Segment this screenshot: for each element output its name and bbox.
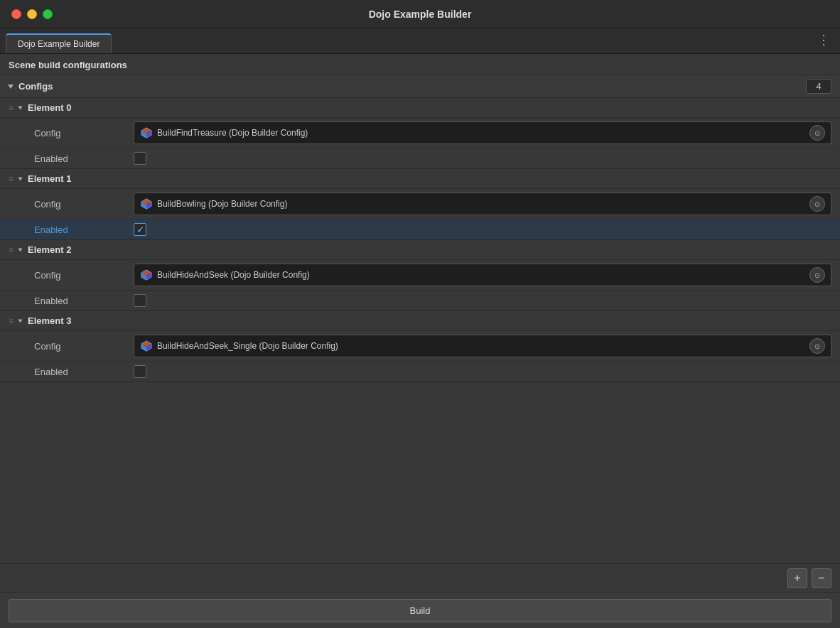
drag-handle-2[interactable]: ≡: [9, 246, 13, 254]
element-3-config-value: BuildHideAndSeek_Single (Dojo Builder Co…: [134, 335, 831, 357]
close-button[interactable]: [11, 9, 21, 19]
element-0-name: Element 0: [28, 102, 71, 113]
element-0-config-label: Config: [34, 128, 134, 139]
title-bar: Dojo Example Builder: [0, 0, 840, 28]
element-2-name: Element 2: [28, 244, 71, 255]
element-2-enabled-value: [134, 294, 831, 307]
element-1-name: Element 1: [28, 173, 71, 184]
configs-label: Configs: [18, 81, 806, 92]
configs-collapse-icon: [8, 85, 14, 89]
tab-dojo-example-builder[interactable]: Dojo Example Builder: [6, 33, 112, 53]
add-element-button[interactable]: +: [787, 568, 807, 588]
element-3-enabled-row: Enabled: [0, 361, 840, 381]
element-0-config-text: BuildFindTreasure (Dojo Builder Config): [157, 128, 805, 138]
element-3-enabled-value: [134, 365, 831, 378]
element-header-3[interactable]: ≡ Element 3: [0, 311, 840, 330]
element-2-enabled-row: Enabled: [0, 290, 840, 310]
element-3-config-select[interactable]: ⊙: [809, 338, 825, 354]
element-2-enabled-label: Enabled: [34, 296, 134, 306]
element-3-config-text: BuildHideAndSeek_Single (Dojo Builder Co…: [157, 341, 805, 351]
element-3-collapse-icon: [18, 319, 23, 323]
window-title: Dojo Example Builder: [369, 9, 472, 20]
element-1-config-row: Config BuildBowling (Dojo Builder Config…: [0, 188, 840, 219]
element-2-config-select[interactable]: ⊙: [809, 267, 825, 283]
element-0-enabled-label: Enabled: [34, 153, 134, 164]
element-2-config-label: Config: [34, 270, 134, 281]
element-3-config-row: Config BuildHideAndSeek_Single (Dojo Bui…: [0, 330, 840, 361]
panel-header: Scene build configurations: [0, 54, 840, 75]
maximize-button[interactable]: [43, 9, 53, 19]
element-3-enabled-label: Enabled: [34, 367, 134, 377]
element-3-enabled-checkbox[interactable]: [134, 365, 146, 378]
element-1-config-value: BuildBowling (Dojo Builder Config) ⊙: [134, 193, 831, 215]
element-0-enabled-checkbox[interactable]: [134, 152, 146, 165]
element-1-enabled-value: ✓: [134, 223, 831, 236]
element-1-config-label: Config: [34, 199, 134, 210]
element-0-config-value: BuildFindTreasure (Dojo Builder Config) …: [134, 121, 831, 144]
element-1-enabled-row: Enabled ✓: [0, 219, 840, 239]
bottom-bar: + −: [0, 563, 840, 592]
element-1-config-dropdown[interactable]: BuildBowling (Dojo Builder Config) ⊙: [134, 193, 831, 215]
elements-scroll-area: ≡ Element 0 Config BuildFindTreasure (Do…: [0, 98, 840, 563]
element-2-config-value: BuildHideAndSeek (Dojo Builder Config) ⊙: [134, 264, 831, 286]
element-header-2[interactable]: ≡ Element 2: [0, 240, 840, 259]
element-2-enabled-checkbox[interactable]: [134, 294, 146, 307]
element-1-config-icon: [140, 197, 153, 210]
element-3-name: Element 3: [28, 315, 71, 326]
drag-handle-1[interactable]: ≡: [9, 175, 13, 183]
remove-element-button[interactable]: −: [812, 568, 831, 588]
main-panel: Dojo Example Builder ⋮ Scene build confi…: [0, 28, 840, 628]
element-1-collapse-icon: [18, 177, 23, 180]
element-3-config-label: Config: [34, 341, 134, 352]
element-3-config-dropdown[interactable]: BuildHideAndSeek_Single (Dojo Builder Co…: [134, 335, 831, 357]
build-bar: Build: [0, 592, 840, 628]
element-2-config-text: BuildHideAndSeek (Dojo Builder Config): [157, 270, 805, 280]
element-group-1: ≡ Element 1 Config BuildBowling (Dojo Bu…: [0, 169, 840, 240]
element-2-config-dropdown[interactable]: BuildHideAndSeek (Dojo Builder Config) ⊙: [134, 264, 831, 286]
element-group-3: ≡ Element 3 Config BuildHideAndSeek_Sing…: [0, 311, 840, 382]
element-0-enabled-row: Enabled: [0, 148, 840, 168]
element-0-enabled-value: [134, 152, 831, 165]
element-0-config-select[interactable]: ⊙: [809, 125, 825, 141]
configs-section-header[interactable]: Configs 4: [0, 75, 840, 98]
tab-bar: Dojo Example Builder ⋮: [0, 28, 840, 54]
checkbox-check-icon: ✓: [136, 225, 144, 234]
element-group-2: ≡ Element 2 Config BuildHideAndSeek (Doj…: [0, 240, 840, 311]
element-1-config-text: BuildBowling (Dojo Builder Config): [157, 199, 805, 209]
element-1-enabled-label: Enabled: [34, 224, 134, 235]
drag-handle-3[interactable]: ≡: [9, 317, 13, 325]
element-group-0: ≡ Element 0 Config BuildFindTreasure (Do…: [0, 98, 840, 169]
element-2-collapse-icon: [18, 248, 23, 251]
configs-count: 4: [806, 79, 831, 94]
tab-more-button[interactable]: ⋮: [817, 32, 831, 48]
element-3-config-icon: [140, 340, 153, 352]
element-header-0[interactable]: ≡ Element 0: [0, 98, 840, 117]
minimize-button[interactable]: [27, 9, 37, 19]
element-0-config-row: Config BuildFindTreasure (Dojo Builder C…: [0, 117, 840, 148]
element-2-config-icon: [140, 269, 153, 281]
element-2-config-row: Config BuildHideAndSeek (Dojo Builder Co…: [0, 259, 840, 290]
element-1-enabled-checkbox[interactable]: ✓: [134, 223, 146, 236]
element-header-1[interactable]: ≡ Element 1: [0, 169, 840, 188]
drag-handle-0[interactable]: ≡: [9, 104, 13, 112]
build-button[interactable]: Build: [9, 599, 831, 622]
element-0-config-dropdown[interactable]: BuildFindTreasure (Dojo Builder Config) …: [134, 121, 831, 144]
traffic-lights: [11, 9, 53, 19]
element-0-config-icon: [140, 126, 153, 139]
element-0-collapse-icon: [18, 106, 23, 109]
element-1-config-select[interactable]: ⊙: [809, 196, 825, 212]
